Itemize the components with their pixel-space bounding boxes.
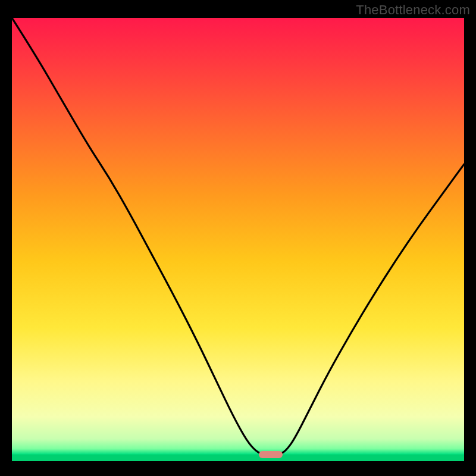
optimum-marker	[259, 451, 283, 458]
chart-frame: TheBottleneck.com	[0, 0, 476, 476]
bottleneck-curve	[12, 18, 464, 461]
curve-path	[12, 18, 464, 455]
plot-area	[12, 18, 464, 461]
watermark-text: TheBottleneck.com	[356, 2, 470, 18]
